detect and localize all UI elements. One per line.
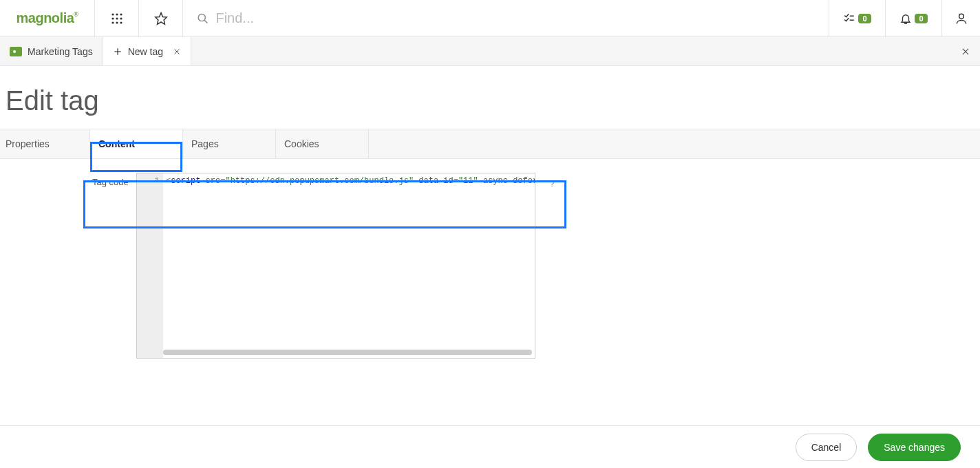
apps-icon: [111, 12, 123, 25]
svg-marker-9: [155, 12, 167, 24]
cancel-button[interactable]: Cancel: [796, 434, 858, 461]
user-icon: [955, 12, 968, 25]
line-number: 1: [154, 176, 159, 184]
tab-pages[interactable]: Pages: [183, 129, 276, 158]
svg-point-2: [120, 13, 122, 15]
code-token: script: [171, 176, 200, 186]
apps-button[interactable]: [95, 0, 139, 36]
svg-line-11: [204, 20, 207, 23]
editor-wrap: 1 <script src="https://cdn.popupsmart.co…: [136, 173, 535, 359]
content-area: Tag code 1 <script src="https://cdn.popu…: [0, 159, 980, 359]
bell-icon: [899, 12, 912, 25]
code-area[interactable]: <script src="https://cdn.popupsmart.com/…: [163, 173, 535, 358]
svg-point-0: [111, 13, 114, 15]
code-token: data-id: [418, 176, 453, 186]
right-icons: 0 0: [829, 0, 980, 36]
close-icon: [173, 47, 181, 56]
svg-point-15: [13, 50, 16, 53]
svg-point-14: [959, 14, 963, 19]
brand-logo[interactable]: magnolia®: [0, 0, 95, 36]
tasks-icon: [843, 12, 855, 25]
star-icon: [154, 12, 168, 25]
save-button[interactable]: Save changes: [868, 434, 961, 461]
editor-gutter: 1: [137, 173, 163, 358]
top-bar: magnolia® 0 0: [0, 0, 980, 37]
svg-point-7: [116, 21, 118, 23]
code-token: "11": [458, 176, 478, 186]
search-input[interactable]: [215, 10, 815, 26]
tasks-badge: 0: [858, 14, 871, 23]
close-tab-button[interactable]: [173, 47, 181, 56]
svg-point-10: [198, 14, 205, 21]
tab-content-label: Content: [98, 138, 135, 149]
profile-button[interactable]: [941, 0, 980, 36]
svg-point-5: [120, 17, 122, 19]
tag-icon: [10, 47, 22, 56]
notifications-button[interactable]: 0: [885, 0, 941, 36]
save-label: Save changes: [884, 442, 945, 453]
code-token: async: [483, 176, 508, 186]
svg-point-4: [116, 17, 118, 19]
subtabs: Properties Content Pages Cookies: [0, 129, 980, 159]
brand-name: magnolia: [17, 10, 74, 25]
brand-text: magnolia®: [17, 10, 78, 26]
svg-point-1: [116, 13, 118, 15]
tab-content[interactable]: Content: [90, 129, 183, 158]
close-all-button[interactable]: [961, 47, 970, 56]
cancel-label: Cancel: [811, 442, 842, 453]
breadcrumb-current[interactable]: New tag: [103, 37, 191, 65]
breadcrumb-bar: Marketing Tags New tag: [0, 37, 980, 66]
tab-cookies[interactable]: Cookies: [276, 129, 369, 158]
breadcrumb-current-label: New tag: [128, 46, 163, 57]
tab-cookies-label: Cookies: [284, 138, 319, 149]
favorites-button[interactable]: [139, 0, 183, 36]
tag-code-label: Tag code: [6, 173, 136, 359]
editor-scrollbar[interactable]: [163, 350, 532, 355]
code-editor[interactable]: 1 <script src="https://cdn.popupsmart.co…: [136, 173, 535, 359]
page-title: Edit tag: [0, 66, 980, 129]
breadcrumb-root-label: Marketing Tags: [28, 46, 93, 57]
tab-properties-label: Properties: [6, 138, 50, 149]
svg-point-6: [111, 21, 114, 23]
svg-point-8: [120, 21, 122, 23]
help-button[interactable]: ?: [550, 178, 555, 189]
brand-reg: ®: [74, 11, 78, 18]
search-icon: [197, 12, 209, 25]
tasks-button[interactable]: 0: [829, 0, 885, 36]
code-token: =: [454, 176, 458, 186]
tab-pages-label: Pages: [191, 138, 219, 149]
code-token: defer: [513, 176, 535, 186]
search-cell: [183, 0, 829, 36]
footer: Cancel Save changes: [0, 425, 980, 468]
close-icon: [961, 47, 970, 56]
breadcrumb-root[interactable]: Marketing Tags: [0, 37, 103, 65]
tab-properties[interactable]: Properties: [0, 129, 90, 158]
code-token: src: [206, 176, 221, 186]
notifications-badge: 0: [915, 14, 927, 23]
svg-point-3: [111, 17, 114, 19]
plus-icon: [113, 47, 122, 56]
code-token: "https://cdn.popupsmart.com/bundle.js": [225, 176, 414, 186]
